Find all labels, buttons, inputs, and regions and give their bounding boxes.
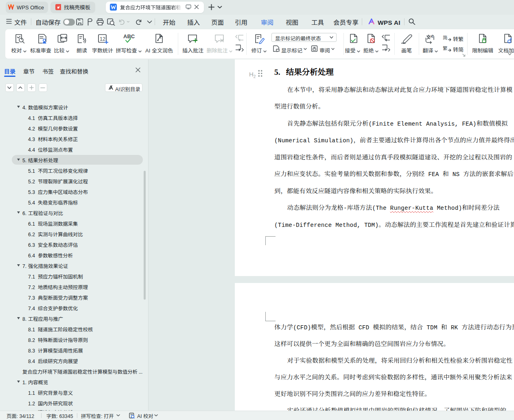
svg-text:A: A: [431, 34, 433, 39]
svg-text:简: 简: [443, 35, 448, 41]
svg-text:12: 12: [100, 36, 105, 42]
svg-text:繁: 繁: [443, 45, 448, 51]
svg-text:ABC: ABC: [123, 34, 135, 39]
